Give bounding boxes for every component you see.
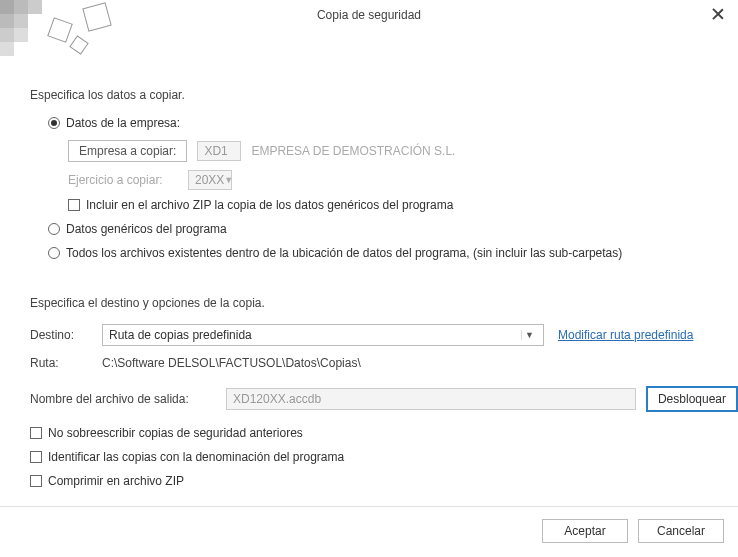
destination-combo[interactable]: Ruta de copias predefinida ▼	[102, 324, 544, 346]
destination-combo-value: Ruta de copias predefinida	[109, 328, 252, 342]
radio-generic-data[interactable]: Datos genéricos del programa	[48, 222, 738, 236]
chevron-down-icon: ▼	[521, 330, 537, 340]
radio-icon	[48, 117, 60, 129]
checkbox-icon	[30, 451, 42, 463]
section1-heading: Especifica los datos a copiar.	[30, 88, 738, 102]
destination-label: Destino:	[30, 328, 102, 342]
company-name-text: EMPRESA DE DEMOSTRACIÓN S.L.	[251, 144, 455, 158]
accept-button[interactable]: Aceptar	[542, 519, 628, 543]
close-icon[interactable]	[710, 6, 726, 22]
choose-company-button[interactable]: Empresa a copiar:	[68, 140, 187, 162]
modify-path-link[interactable]: Modificar ruta predefinida	[558, 328, 693, 342]
check-no-overwrite[interactable]: No sobreescribir copias de seguridad ant…	[30, 426, 738, 440]
chevron-down-icon: ▼	[224, 175, 233, 185]
section2-heading: Especifica el destino y opciones de la c…	[30, 296, 738, 310]
app-logo	[0, 0, 120, 60]
unlock-button[interactable]: Desbloquear	[646, 386, 738, 412]
path-label: Ruta:	[30, 356, 102, 370]
year-label: Ejercicio a copiar:	[68, 173, 178, 187]
check-compress-zip[interactable]: Comprimir en archivo ZIP	[30, 474, 738, 488]
check-no-overwrite-label: No sobreescribir copias de seguridad ant…	[48, 426, 303, 440]
checkbox-icon	[68, 199, 80, 211]
company-code-field: XD1	[197, 141, 241, 161]
cancel-button[interactable]: Cancelar	[638, 519, 724, 543]
output-filename-label: Nombre del archivo de salida:	[30, 392, 226, 406]
radio-icon	[48, 247, 60, 259]
radio-generic-label: Datos genéricos del programa	[66, 222, 227, 236]
radio-all-files-label: Todos los archivos existentes dentro de …	[66, 246, 622, 260]
output-filename-field: XD120XX.accdb	[226, 388, 636, 410]
footer-buttons: Aceptar Cancelar	[542, 519, 724, 543]
check-include-generic-zip-label: Incluir en el archivo ZIP la copia de lo…	[86, 198, 453, 212]
year-select[interactable]: 20XX ▼	[188, 170, 232, 190]
checkbox-icon	[30, 427, 42, 439]
output-filename-value: XD120XX.accdb	[233, 392, 321, 406]
radio-company-label: Datos de la empresa:	[66, 116, 180, 130]
check-include-generic-zip[interactable]: Incluir en el archivo ZIP la copia de lo…	[68, 198, 738, 212]
check-identify-copies[interactable]: Identificar las copias con la denominaci…	[30, 450, 738, 464]
checkbox-icon	[30, 475, 42, 487]
path-value: C:\Software DELSOL\FACTUSOL\Datos\Copias…	[102, 356, 361, 370]
check-identify-copies-label: Identificar las copias con la denominaci…	[48, 450, 344, 464]
window-title: Copia de seguridad	[317, 8, 421, 22]
check-compress-zip-label: Comprimir en archivo ZIP	[48, 474, 184, 488]
radio-all-files[interactable]: Todos los archivos existentes dentro de …	[48, 246, 738, 260]
radio-icon	[48, 223, 60, 235]
year-value: 20XX	[195, 173, 224, 187]
radio-company-data[interactable]: Datos de la empresa:	[48, 116, 738, 130]
footer-separator	[0, 506, 738, 507]
